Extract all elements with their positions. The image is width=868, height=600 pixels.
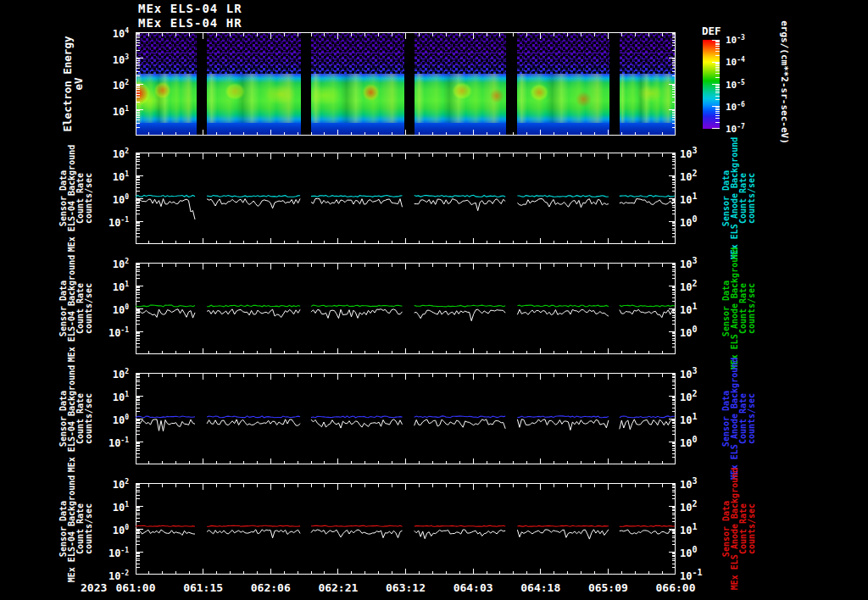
panel-ytick-left: 102 (95, 478, 129, 489)
panel-ytick-right: 103 (680, 367, 719, 379)
panel-right-axis-label: Sensor Data MEx ELS Anode Background Cou… (722, 468, 756, 591)
trace-colored-red (207, 525, 300, 526)
trace-white (207, 198, 300, 208)
panel-ytick-left: 102 (95, 147, 129, 158)
panel-left-axis-label: Sensor Data MEx ELS-04 Background Count … (59, 475, 93, 582)
plot-title-line1: MEx ELS-04 LR (138, 2, 242, 15)
panel-ytick-right: 100 (680, 436, 719, 447)
spectrogram-ticks-svg (136, 32, 676, 136)
trace-colored-green (517, 305, 609, 307)
panel-left-axis-label: Sensor Data MEx ELS-04 Background Count … (59, 145, 93, 252)
trace-colored-cyan (136, 195, 195, 197)
x-axis-time-label: 065:09 (578, 581, 637, 594)
panel-ytick-right: 101 (680, 523, 719, 535)
line-panel-blue (136, 373, 676, 464)
line-panel-svg (136, 263, 676, 354)
colorbar-tick-label: 10-4 (726, 56, 760, 69)
trace-white (136, 309, 195, 318)
line-panel-green (136, 263, 676, 354)
panel-ytick-left: 101 (95, 501, 129, 512)
colorbar (703, 40, 720, 129)
panel-ytick-left: 101 (95, 391, 129, 402)
spectrogram-ytick-label: 102 (95, 79, 129, 90)
colorbar-tick-label: 10-6 (726, 100, 760, 113)
panel-ytick-right: 100 (680, 546, 719, 558)
trace-white (415, 530, 506, 539)
panel-ytick-left: 101 (95, 281, 129, 292)
panel-ytick-right: 102 (680, 280, 719, 292)
spectrogram-ytick-label: 104 (95, 27, 129, 38)
panel-ytick-right: 101 (680, 192, 719, 204)
panel-left-axis-label: Sensor Data MEx ELS-04 Background Count … (59, 365, 93, 472)
trace-white (207, 530, 300, 538)
x-axis-time-label: 066:00 (646, 581, 705, 594)
panel-ytick-left: 100 (95, 193, 129, 204)
x-axis-time-label: 064:18 (511, 581, 570, 594)
trace-colored-blue (620, 416, 675, 418)
plot-screen: MEx ELS-04 LR MEx ELS-04 HR Electron Ene… (0, 0, 868, 600)
panel-ytick-right: 103 (680, 477, 719, 489)
trace-white (517, 419, 609, 431)
trace-colored-blue (311, 416, 403, 418)
trace-colored-cyan (311, 196, 403, 197)
trace-colored-cyan (620, 196, 675, 197)
trace-colored-green (136, 305, 195, 307)
panel-left-axis-label: Sensor Data MEx ELS-04 Background Count … (59, 255, 93, 362)
x-axis-time-label: 062:21 (309, 581, 368, 594)
x-axis-time-label: 062:06 (241, 581, 300, 594)
colorbar-unit-label: ergs/(cm**2-sr-sec-eV) (779, 20, 790, 144)
trace-white (517, 309, 609, 316)
panel-right-axis-label: Sensor Data MEx ELS Anode Background Cou… (722, 358, 756, 481)
trace-white (620, 530, 675, 534)
trace-white (620, 199, 675, 205)
trace-white (207, 309, 300, 318)
trace-colored-cyan (207, 196, 300, 197)
panel-ytick-right: 100 (680, 215, 719, 227)
trace-colored-cyan (415, 195, 506, 197)
trace-white (517, 199, 609, 208)
trace-white (620, 419, 675, 430)
spectrogram-ytick-label: 103 (95, 53, 129, 64)
colorbar-title: DEF (702, 25, 721, 37)
trace-white (620, 309, 675, 317)
panel-ytick-left: 100 (95, 303, 129, 314)
line-panel-red (136, 483, 676, 575)
colorbar-ticks-svg (703, 40, 720, 129)
panel-ytick-right: 102 (680, 500, 719, 512)
panel-ytick-left: 100 (95, 414, 129, 425)
colorbar-tick-label: 10-5 (726, 78, 760, 91)
panel-ytick-right: 103 (680, 147, 719, 158)
panel-ytick-left: 100 (95, 524, 129, 535)
trace-white (311, 530, 403, 538)
trace-white (136, 199, 195, 219)
line-panel-svg (136, 483, 676, 575)
trace-colored-blue (136, 416, 195, 418)
panel-right-axis-label: Sensor Data MEx ELS Anode Background Cou… (722, 137, 756, 260)
trace-white (517, 530, 609, 539)
spectrogram-y-axis-label: Electron Energy eV (62, 36, 84, 132)
bottom-right-end-label: 10-1 (680, 569, 719, 581)
trace-colored-green (620, 305, 675, 307)
bottom-left-end-label: 10-2 (95, 569, 129, 581)
colorbar-tick-label: 10-7 (726, 123, 760, 136)
x-axis-time-label: 063:12 (376, 581, 436, 594)
trace-colored-red (620, 525, 675, 526)
panel-ytick-right: 100 (680, 325, 719, 337)
trace-white (311, 419, 403, 428)
panel-ytick-left: 10-1 (95, 436, 129, 447)
trace-colored-blue (517, 416, 609, 418)
trace-colored-green (415, 305, 506, 307)
trace-colored-red (517, 525, 609, 526)
spectrogram-ytick-label: 101 (95, 104, 129, 115)
x-axis-time-label: 061:15 (174, 581, 233, 594)
panel-ytick-left: 10-1 (95, 216, 129, 227)
panel-ytick-left: 102 (95, 368, 129, 379)
panel-ytick-right: 101 (680, 413, 719, 425)
panel-ytick-right: 101 (680, 303, 719, 314)
line-panel-cyan (136, 153, 676, 244)
panel-ytick-left: 102 (95, 258, 129, 269)
colorbar-tick-label: 10-3 (726, 34, 760, 47)
trace-colored-red (136, 525, 195, 526)
panel-right-axis-label: Sensor Data MEx ELS Anode Background Cou… (722, 247, 756, 370)
panel-ytick-left: 101 (95, 170, 129, 181)
